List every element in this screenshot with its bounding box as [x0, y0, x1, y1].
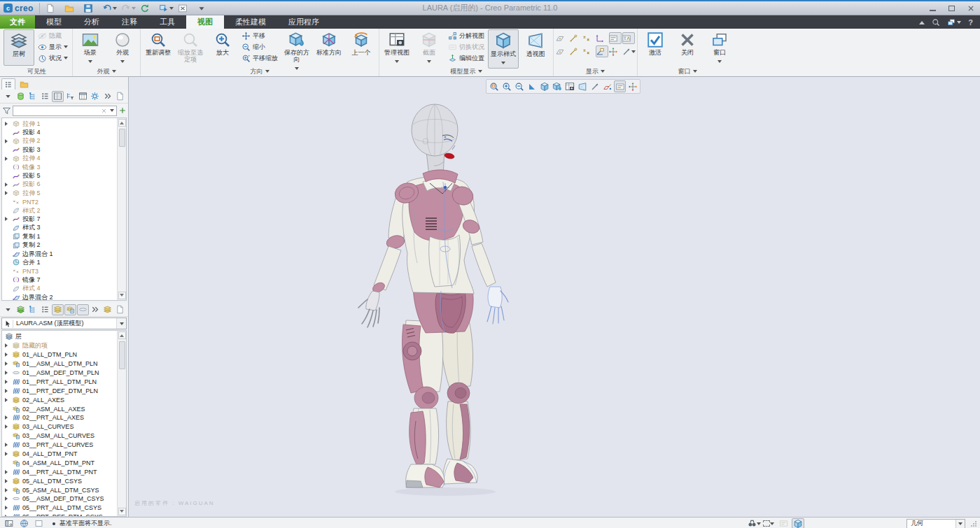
exploded-view-button[interactable]: 分解视图: [446, 31, 486, 41]
edit-position-button[interactable]: 编辑位置: [446, 53, 486, 64]
layer-item[interactable]: 02__PRT_ALL_AXES: [5, 413, 117, 422]
axis-display-icon[interactable]: [569, 32, 582, 44]
help-icon[interactable]: ?: [968, 18, 973, 27]
select-box-icon[interactable]: [762, 518, 775, 528]
layer-tree-button[interactable]: 层树: [4, 29, 34, 66]
layer-view-icon[interactable]: [27, 304, 39, 315]
close-button[interactable]: [961, 1, 980, 15]
graphics-area[interactable]: 启用的零件 : WAIGUAN: [129, 77, 980, 517]
expand-arrow-icon[interactable]: [5, 515, 10, 516]
minimize-button[interactable]: [923, 1, 942, 15]
expand-arrow-icon[interactable]: [5, 479, 10, 483]
layer-item[interactable]: 05__ASM_DEF_DTM_CSYS: [5, 494, 117, 504]
filter-funnel-icon[interactable]: [2, 106, 11, 115]
select-options-icon[interactable]: [777, 518, 790, 528]
model-tree-item[interactable]: 复制 1: [5, 232, 117, 241]
datum-display-icon[interactable]: [601, 80, 613, 92]
perspective-button[interactable]: 透视图: [520, 29, 551, 66]
layer-item[interactable]: 01_ALL_DTM_PLN: [5, 350, 117, 359]
pan-button[interactable]: 平移: [239, 31, 280, 41]
scene-button[interactable]: 场景: [75, 29, 106, 67]
repaint-icon[interactable]: [526, 80, 538, 92]
tree-filter-icon[interactable]: [64, 91, 76, 102]
layer-item[interactable]: 02__ASM_ALL_AXES: [5, 404, 117, 413]
layer-item[interactable]: 01__ASM_DEF_DTM_PLN: [5, 369, 117, 378]
named-views-icon[interactable]: [576, 80, 588, 92]
undo-icon[interactable]: [101, 3, 118, 14]
model-tree-item[interactable]: 边界混合 2: [5, 293, 117, 300]
model-tree-item[interactable]: 合并 1: [5, 258, 117, 266]
close-window-button[interactable]: 关闭: [672, 29, 703, 66]
expand-arrow-icon[interactable]: [5, 343, 10, 348]
tab-flexible-modeling[interactable]: 柔性建模: [224, 15, 277, 29]
layer-isolate-toggle-icon[interactable]: [64, 304, 76, 315]
tree-doc-icon[interactable]: [114, 91, 126, 102]
layer-root-item[interactable]: 层: [5, 332, 117, 341]
point-display-icon[interactable]: [582, 32, 595, 44]
tree-overflow-icon[interactable]: [102, 91, 113, 102]
expand-arrow-icon[interactable]: [5, 506, 10, 510]
new-file-icon[interactable]: [44, 3, 62, 14]
layer-menu-icon[interactable]: [2, 304, 14, 315]
tab-file[interactable]: 文件: [0, 15, 35, 29]
layer-item[interactable]: 05__PRT_ALL_DTM_CSYS: [5, 504, 117, 513]
resize-grip[interactable]: [970, 520, 977, 527]
model-tree-item[interactable]: 镜像 3: [5, 163, 117, 171]
tab-model[interactable]: 模型: [35, 15, 73, 29]
model-tree-item[interactable]: 拉伸 1: [5, 120, 117, 128]
model-tree-item[interactable]: 投影 6: [5, 180, 117, 189]
window-switch-icon[interactable]: [158, 3, 175, 14]
model-tree-icon[interactable]: [15, 91, 27, 102]
browser-toggle-icon[interactable]: [18, 518, 30, 528]
tab-tools[interactable]: 工具: [148, 15, 186, 29]
model-tree-item[interactable]: 样式 2: [5, 206, 117, 215]
zoom-to-selected-button[interactable]: 缩放至选定项: [175, 29, 206, 66]
tab-view[interactable]: 视图: [186, 15, 224, 29]
find-icon[interactable]: [748, 518, 760, 528]
layer-item[interactable]: 03__PRT_ALL_CURVES: [5, 441, 117, 450]
tab-analysis[interactable]: 分析: [73, 15, 111, 29]
expand-arrow-icon[interactable]: [5, 139, 10, 143]
layer-show-toggle-icon[interactable]: [52, 304, 64, 315]
tree-search-input[interactable]: [13, 106, 99, 115]
zoom-out-button[interactable]: 缩小: [239, 42, 280, 52]
tree-settings-gear-icon[interactable]: [90, 91, 102, 102]
list-view-icon[interactable]: [39, 91, 51, 102]
expand-arrow-icon[interactable]: [5, 443, 10, 447]
model-tree-item[interactable]: PNT2: [5, 198, 117, 206]
toggle-status-button[interactable]: 切换状况: [446, 42, 486, 52]
maximize-button[interactable]: [942, 1, 961, 15]
layer-item[interactable]: 05_ASM_ALL_DTM_CSYS: [5, 485, 117, 494]
tree-view-icon[interactable]: [27, 91, 39, 102]
model-tree-item[interactable]: 样式 4: [5, 284, 117, 292]
layer-item[interactable]: 05__PRT_DEF_DTM_CSYS: [5, 513, 117, 516]
layer-item[interactable]: 01__PRT_DEF_DTM_PLN: [5, 386, 117, 395]
layer-item[interactable]: 04_ASM_ALL_DTM_PNT: [5, 458, 117, 467]
zoom-in-button[interactable]: 放大: [207, 29, 238, 66]
redo-icon[interactable]: [120, 3, 137, 14]
model-tree-item[interactable]: 投影 5: [5, 171, 117, 180]
selection-filter-dropdown[interactable]: 几何: [906, 519, 965, 528]
tab-annotate[interactable]: 注释: [111, 15, 148, 29]
zoom-out-icon[interactable]: [513, 80, 525, 92]
close-window-icon[interactable]: [176, 3, 194, 14]
expand-arrow-icon[interactable]: [5, 424, 10, 429]
expand-arrow-icon[interactable]: [5, 497, 10, 501]
hide-button[interactable]: 隐藏: [36, 31, 70, 41]
standard-orientation-button[interactable]: 标准方向: [314, 29, 344, 66]
plane-tag-display-icon[interactable]: [609, 32, 622, 44]
expand-arrow-icon[interactable]: [5, 488, 10, 492]
display-style-button[interactable]: 显示样式: [488, 29, 519, 69]
expand-arrow-icon[interactable]: [5, 217, 10, 221]
model-tree-item[interactable]: 投影 3: [5, 145, 117, 154]
expand-arrow-icon[interactable]: [5, 122, 10, 126]
layer-item[interactable]: 02_ALL_AXES: [5, 395, 117, 404]
command-search-icon[interactable]: [932, 18, 940, 27]
activate-button[interactable]: 激活: [640, 29, 671, 66]
annotation-display-icon[interactable]: [589, 80, 601, 92]
geometry-select-icon[interactable]: [792, 518, 804, 528]
tree-menu-icon[interactable]: [2, 91, 14, 102]
appearance-button[interactable]: 外观: [107, 29, 138, 67]
pan-zoom-button[interactable]: 平移缩放: [239, 53, 280, 64]
expand-arrow-icon[interactable]: [5, 415, 10, 420]
